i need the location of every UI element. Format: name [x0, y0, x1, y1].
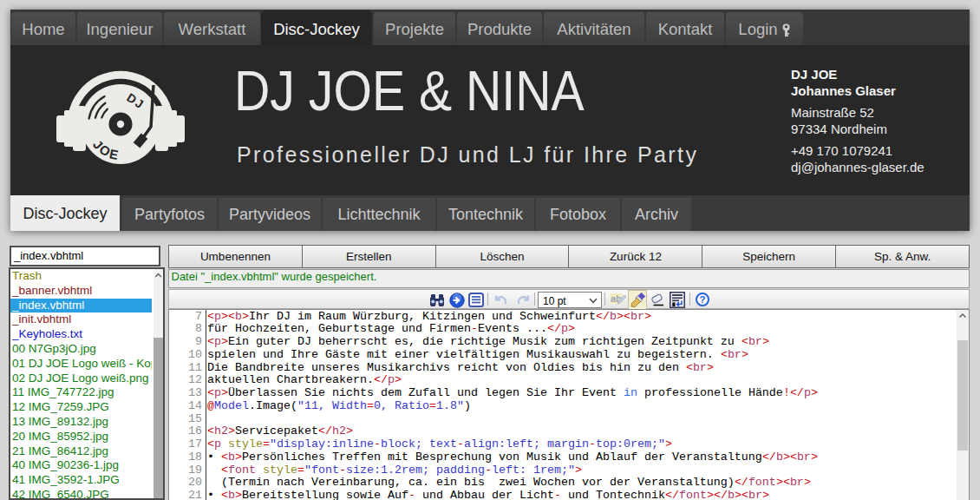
svg-text:?: ?: [699, 294, 705, 305]
